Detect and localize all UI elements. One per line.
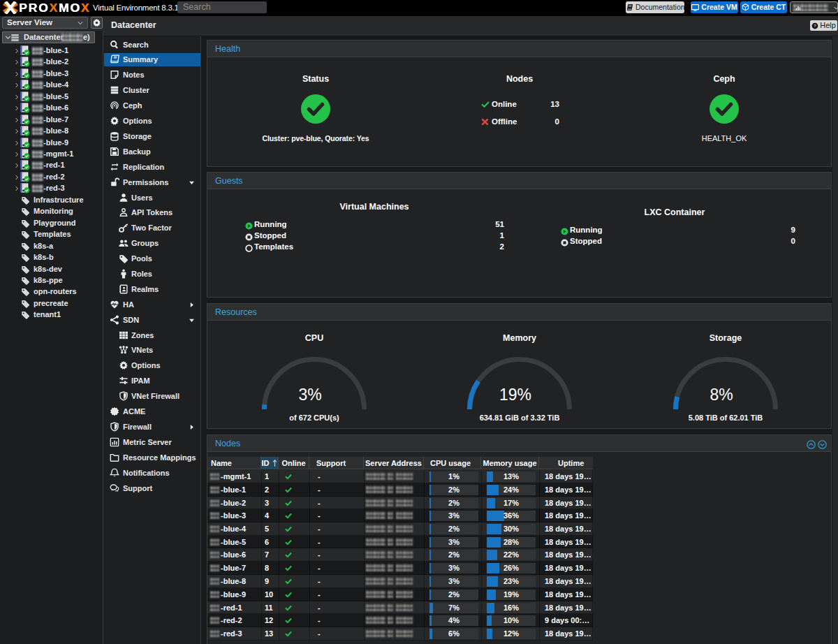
svg-text:?: ? [814,23,816,28]
